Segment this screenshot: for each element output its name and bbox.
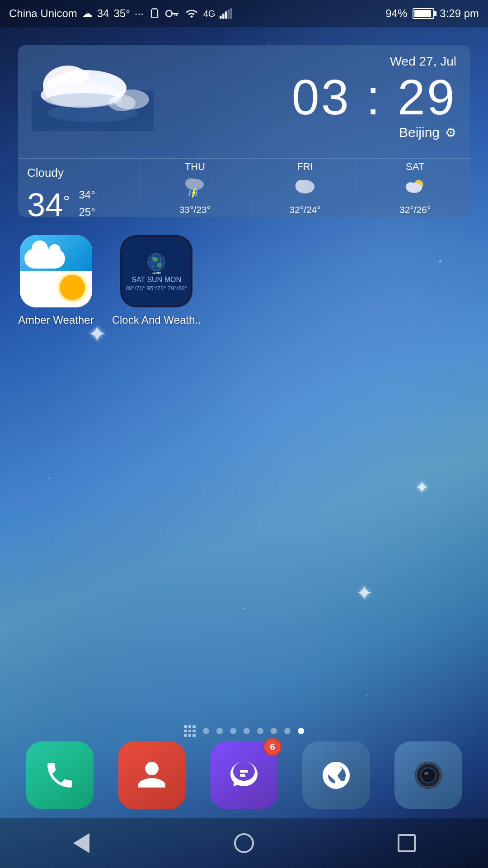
status-max-temp: 35° bbox=[113, 7, 130, 20]
clock-weather-label: Clock And Weath.. bbox=[112, 314, 201, 326]
widget-bottom-strip: Cloudy 34° 34° 25° THU bbox=[18, 158, 470, 217]
back-button[interactable] bbox=[63, 825, 99, 861]
svg-rect-2 bbox=[176, 14, 178, 16]
svg-rect-8 bbox=[230, 8, 233, 19]
widget-cloud-illustration bbox=[32, 54, 154, 131]
page-dot-2[interactable] bbox=[216, 728, 223, 734]
app-item-amber-weather[interactable]: Amber Weather bbox=[18, 235, 94, 326]
signal-4g: 4G bbox=[203, 9, 216, 19]
page-indicators bbox=[0, 725, 488, 737]
page-dot-3[interactable] bbox=[230, 728, 236, 734]
forecast-sat-temps: 32°/26° bbox=[399, 204, 431, 215]
dock: 6 bbox=[14, 737, 474, 814]
clock-weather-app-icon[interactable]: 12:09 SAT SUN MON 88°/70° 95°/72° 79°/68… bbox=[120, 235, 192, 307]
battery-percent: 94% bbox=[385, 7, 407, 20]
svg-rect-3 bbox=[174, 14, 176, 16]
amber-weather-label: Amber Weather bbox=[18, 314, 94, 326]
forecast-thu-label: THU bbox=[185, 161, 205, 173]
page-dot-1[interactable] bbox=[203, 728, 209, 734]
carrier-name: China Unicom bbox=[9, 7, 77, 20]
settings-icon[interactable]: ⚙ bbox=[445, 125, 456, 140]
current-hilo: 34° 25° bbox=[79, 186, 95, 217]
messages-icon bbox=[228, 759, 260, 792]
home-button[interactable] bbox=[226, 825, 262, 861]
wifi-icon bbox=[184, 7, 199, 20]
current-temp-display: 34° bbox=[27, 189, 70, 217]
menu-dots: ··· bbox=[135, 7, 144, 20]
widget-date-time-area: Wed 27, Jul 03 : 29 Beijing ⚙ bbox=[292, 54, 456, 140]
svg-point-17 bbox=[108, 95, 136, 111]
navigation-bar bbox=[0, 818, 488, 868]
weather-widget[interactable]: Wed 27, Jul 03 : 29 Beijing ⚙ Cloudy 34°… bbox=[18, 45, 470, 217]
svg-point-27 bbox=[405, 182, 416, 191]
clock-time: 3:29 pm bbox=[440, 7, 479, 20]
status-bar: China Unicom ☁ 34 35° ··· 4G 94% bbox=[0, 0, 488, 27]
dock-phone-button[interactable] bbox=[26, 741, 94, 809]
widget-date: Wed 27, Jul bbox=[292, 54, 456, 69]
forecast-thu-temps: 33°/23° bbox=[179, 204, 211, 215]
recents-button[interactable] bbox=[389, 825, 425, 861]
page-grid-icon[interactable] bbox=[184, 725, 196, 737]
app-grid: Amber Weather 12:0 bbox=[18, 235, 201, 326]
forecast-fri-temps: 32°/24° bbox=[289, 204, 320, 215]
battery-icon bbox=[413, 8, 434, 19]
svg-rect-6 bbox=[225, 11, 227, 19]
app-item-clock-weather[interactable]: 12:09 SAT SUN MON 88°/70° 95°/72° 79°/68… bbox=[112, 235, 201, 326]
forecast-fri: FRI 32°/24° bbox=[250, 159, 361, 217]
forecast-fri-icon bbox=[291, 175, 319, 202]
current-condition-label: Cloudy bbox=[27, 166, 131, 180]
weather-status-icon: ☁ bbox=[82, 7, 93, 20]
svg-line-20 bbox=[189, 190, 191, 195]
key-icon bbox=[165, 9, 180, 18]
contacts-icon bbox=[136, 759, 168, 792]
svg-point-19 bbox=[185, 178, 197, 189]
forecast-thu-icon bbox=[181, 175, 208, 202]
forecast-sat-icon bbox=[402, 175, 429, 202]
camera-lens-icon bbox=[412, 759, 445, 792]
forecast-sat-label: SAT bbox=[406, 161, 424, 173]
page-dot-7[interactable] bbox=[284, 728, 291, 734]
svg-rect-7 bbox=[228, 9, 230, 19]
widget-city[interactable]: Beijing ⚙ bbox=[292, 125, 456, 140]
page-dot-5[interactable] bbox=[257, 728, 263, 734]
dock-contacts-button[interactable] bbox=[118, 741, 186, 809]
forecast-fri-label: FRI bbox=[297, 161, 313, 173]
sparkle-2: ✦ bbox=[356, 581, 373, 604]
messages-badge: 6 bbox=[263, 738, 282, 756]
amber-weather-app-icon[interactable] bbox=[20, 235, 92, 307]
page-dot-8-active[interactable] bbox=[298, 728, 304, 734]
status-left: China Unicom ☁ 34 35° ··· 4G bbox=[9, 7, 232, 20]
page-dot-4[interactable] bbox=[244, 728, 250, 734]
svg-rect-5 bbox=[222, 14, 225, 19]
svg-line-22 bbox=[196, 190, 197, 195]
forecast-thu: THU 33°/23° bbox=[140, 159, 250, 217]
status-temp: 34 bbox=[97, 7, 109, 20]
dock-messages-button[interactable]: 6 bbox=[210, 741, 278, 809]
sparkle-3: ✦ bbox=[415, 477, 429, 497]
phone-icon bbox=[43, 759, 76, 792]
widget-time: 03 : 29 bbox=[292, 72, 456, 122]
page-dot-6[interactable] bbox=[271, 728, 277, 734]
dock-browser-button[interactable] bbox=[302, 741, 370, 809]
svg-point-0 bbox=[166, 10, 172, 17]
svg-rect-1 bbox=[171, 13, 178, 14]
dock-camera-button[interactable] bbox=[394, 741, 462, 809]
svg-rect-4 bbox=[220, 16, 222, 19]
svg-point-24 bbox=[296, 180, 307, 191]
svg-text:12:09: 12:09 bbox=[152, 271, 161, 275]
svg-point-39 bbox=[424, 771, 433, 780]
browser-icon bbox=[320, 759, 352, 792]
rotate-icon bbox=[148, 7, 161, 20]
signal-bars-icon bbox=[220, 8, 232, 19]
current-weather: Cloudy 34° 34° 25° bbox=[18, 159, 140, 217]
forecast-sat: SAT 32°/26° bbox=[360, 159, 470, 217]
status-right: 94% 3:29 pm bbox=[385, 7, 479, 20]
